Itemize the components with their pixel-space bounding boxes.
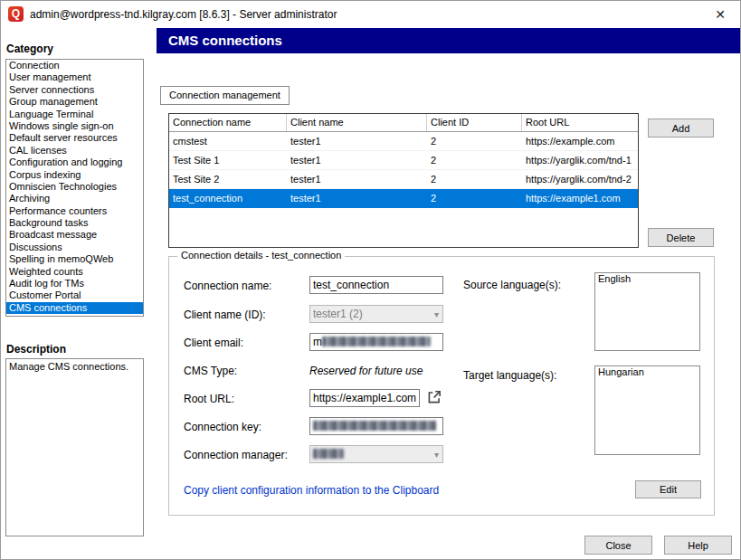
- sidebar-item-discussions[interactable]: Discussions: [6, 242, 143, 253]
- sidebar-item-weighted-counts[interactable]: Weighted counts: [6, 266, 143, 278]
- client-email-visible-prefix: m: [313, 336, 322, 348]
- category-list[interactable]: ConnectionUser managementServer connecti…: [5, 59, 144, 317]
- column-header-client-id[interactable]: Client ID: [427, 114, 522, 131]
- close-icon[interactable]: ✕: [711, 5, 729, 24]
- cms-type-label: CMS Type:: [184, 365, 237, 377]
- connection-manager-redacted-text: [313, 449, 344, 459]
- description-label: Description: [6, 343, 66, 356]
- table-cell: cmstest: [169, 132, 287, 150]
- open-root-url-icon[interactable]: [426, 389, 442, 405]
- table-row[interactable]: cmstesttester12https://example.com: [169, 132, 638, 151]
- sidebar-item-language-terminal[interactable]: Language Terminal: [6, 109, 143, 120]
- source-languages-label: Source language(s):: [463, 279, 561, 291]
- connection-key-input[interactable]: [309, 417, 443, 435]
- sidebar-item-configuration-and-logging[interactable]: Configuration and logging: [6, 157, 143, 168]
- language-item[interactable]: English: [595, 273, 699, 285]
- client-email-redacted-text: [322, 337, 431, 346]
- table-header-row: Connection name Client name Client ID Ro…: [169, 114, 638, 132]
- table-cell: 2: [427, 189, 522, 208]
- category-label: Category: [6, 43, 53, 55]
- table-cell: test_connection: [169, 189, 287, 208]
- table-cell: 2: [427, 170, 522, 188]
- client-name-label: Client name (ID):: [184, 308, 266, 321]
- sidebar-item-background-tasks[interactable]: Background tasks: [6, 217, 143, 229]
- close-button[interactable]: Close: [584, 536, 652, 555]
- add-button[interactable]: Add: [648, 119, 714, 138]
- edit-button[interactable]: Edit: [635, 480, 701, 498]
- server-administrator-window: Q admin@wordpress-tnd.kilgray.com [8.6.3…: [0, 0, 741, 560]
- connections-table-body: cmstesttester12https://example.comTest S…: [169, 132, 638, 208]
- delete-button[interactable]: Delete: [648, 228, 714, 247]
- sidebar-item-customer-portal[interactable]: Customer Portal: [6, 289, 143, 301]
- page-title: CMS connections: [157, 28, 740, 53]
- sidebar-item-cms-connections[interactable]: CMS connections: [6, 302, 143, 314]
- sidebar-item-default-server-resources[interactable]: Default server resources: [6, 132, 143, 144]
- cms-type-value: Reserved for future use: [309, 365, 423, 377]
- chevron-down-icon: ▾: [434, 307, 439, 322]
- connection-manager-combo: ▾: [309, 445, 443, 463]
- connection-details-group: Connection details - test_connection Con…: [168, 256, 715, 516]
- table-cell: https://example1.com: [522, 189, 638, 208]
- table-row[interactable]: Test Site 2tester12https://yarglik.com/t…: [169, 170, 638, 189]
- root-url-label: Root URL:: [184, 393, 234, 405]
- column-header-root-url[interactable]: Root URL: [522, 114, 638, 131]
- connection-key-label: Connection key:: [184, 421, 261, 433]
- sidebar-item-windows-single-sign-on[interactable]: Windows single sign-on: [6, 120, 143, 132]
- client-name-combo: tester1 (2) ▾: [309, 305, 443, 323]
- connection-details-group-title: Connection details - test_connection: [177, 250, 345, 261]
- sidebar-item-performance-counters[interactable]: Performance counters: [6, 205, 143, 217]
- sidebar-item-audit-log-for-tms[interactable]: Audit log for TMs: [6, 278, 143, 289]
- table-cell: https://yarglik.com/tnd-2: [522, 170, 638, 188]
- sidebar-item-broadcast-message[interactable]: Broadcast message: [6, 229, 143, 241]
- table-cell: tester1: [287, 151, 427, 169]
- window-title: admin@wordpress-tnd.kilgray.com [8.6.3] …: [30, 8, 337, 21]
- source-language-list[interactable]: English: [594, 272, 700, 351]
- connection-name-label: Connection name:: [184, 280, 271, 292]
- sidebar-item-spelling-in-memoqweb[interactable]: Spelling in memoQWeb: [6, 253, 143, 265]
- sidebar-item-omniscien-technologies[interactable]: Omniscien Technologies: [6, 181, 143, 193]
- table-cell: https://yarglik.com/tnd-1: [522, 151, 638, 169]
- sidebar-item-archiving[interactable]: Archiving: [6, 193, 143, 204]
- table-cell: https://example.com: [522, 132, 638, 150]
- table-cell: 2: [427, 132, 522, 150]
- copy-configuration-link[interactable]: Copy client configuration information to…: [184, 484, 439, 497]
- client-email-label: Client email:: [184, 337, 243, 349]
- chevron-down-icon: ▾: [434, 447, 439, 462]
- client-name-value: tester1 (2): [313, 308, 363, 320]
- table-cell: Test Site 1: [169, 151, 287, 169]
- connections-table[interactable]: Connection name Client name Client ID Ro…: [168, 113, 639, 248]
- table-cell: tester1: [287, 189, 427, 208]
- client-email-input[interactable]: m: [309, 333, 443, 351]
- target-languages-label: Target language(s):: [463, 369, 556, 382]
- table-cell: tester1: [287, 170, 427, 188]
- connection-name-input[interactable]: test_connection: [309, 276, 443, 294]
- description-text: Manage CMS connections.: [6, 359, 143, 374]
- table-row[interactable]: Test Site 1tester12https://yarglik.com/t…: [169, 151, 638, 170]
- sidebar-item-cal-licenses[interactable]: CAL licenses: [6, 145, 143, 157]
- description-box: Manage CMS connections.: [5, 358, 144, 536]
- sidebar-item-connection[interactable]: Connection: [6, 60, 143, 71]
- table-row[interactable]: test_connectiontester12https://example1.…: [169, 189, 638, 208]
- language-item[interactable]: Hungarian: [595, 366, 699, 378]
- column-header-client-name[interactable]: Client name: [287, 114, 427, 131]
- table-cell: Test Site 2: [169, 170, 287, 188]
- sidebar-item-corpus-indexing[interactable]: Corpus indexing: [6, 169, 143, 181]
- column-header-connection-name[interactable]: Connection name: [169, 114, 287, 131]
- target-language-list[interactable]: Hungarian: [594, 365, 700, 455]
- connection-key-redacted-text: [313, 421, 436, 431]
- root-url-input[interactable]: https://example1.com: [309, 389, 420, 407]
- help-button[interactable]: Help: [664, 536, 732, 555]
- table-cell: tester1: [287, 132, 427, 150]
- connection-manager-label: Connection manager:: [184, 449, 288, 461]
- sidebar-item-group-management[interactable]: Group management: [6, 96, 143, 108]
- table-cell: 2: [427, 151, 522, 169]
- title-bar: Q admin@wordpress-tnd.kilgray.com [8.6.3…: [1, 1, 740, 27]
- memoq-app-icon: Q: [8, 6, 24, 22]
- tab-connection-management[interactable]: Connection management: [160, 86, 290, 105]
- sidebar-item-server-connections[interactable]: Server connections: [6, 84, 143, 96]
- sidebar-item-user-management[interactable]: User management: [6, 71, 143, 83]
